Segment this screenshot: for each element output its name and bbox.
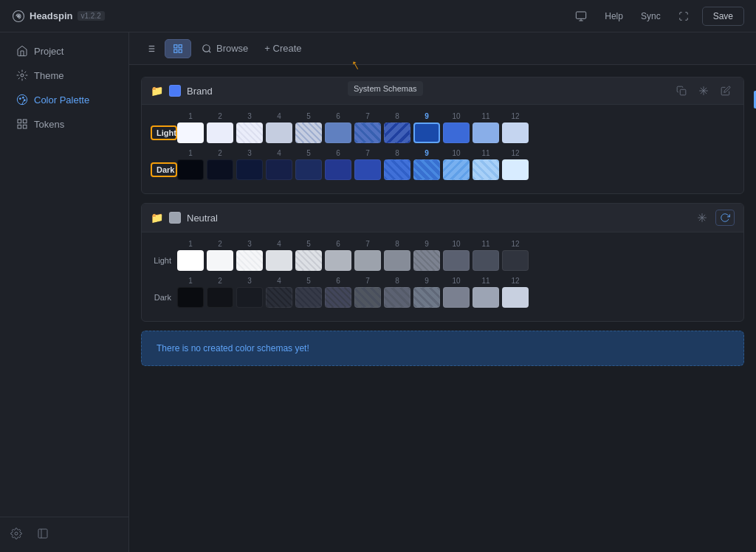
help-button[interactable]: Help [600,8,628,24]
edit-icon [721,86,731,96]
neutral-dark-swatch-7[interactable] [354,287,381,308]
expand-button[interactable] [674,8,693,24]
neutral-light-swatch-2[interactable] [207,250,233,271]
neutral-palette-actions [693,210,735,226]
svg-rect-7 [18,120,21,123]
neutral-light-swatches [177,250,529,271]
brand-light-swatch-10[interactable] [443,123,470,143]
neutral-light-swatch-6[interactable] [325,250,351,271]
brand-dark-swatch-5[interactable] [295,159,322,180]
brand-dark-swatch-2[interactable] [207,159,233,180]
brand-light-swatch-3[interactable] [236,123,263,143]
sidebar-item-theme[interactable]: Theme [4,63,124,87]
brand-light-swatch-1[interactable] [177,123,204,143]
brand-palette-header-left: 📁 Brand [151,85,667,97]
brand-num-4: 4 [266,112,292,120]
brand-dark-swatch-3[interactable] [236,159,263,180]
brand-num-9: 9 [413,112,440,120]
neutral-dark-swatch-8[interactable] [384,287,410,308]
brand-numbers-row: 1 2 3 4 5 6 7 8 9 10 11 12 [177,112,735,120]
tab-browse-label: Browse [216,43,248,54]
svg-rect-19 [174,44,177,47]
neutral-light-swatch-7[interactable] [354,250,381,271]
neutral-dark-swatch-5[interactable] [295,287,322,308]
sidebar-nav: Project Theme Color Palette Tokens [0,32,128,517]
sidebar-item-tokens[interactable]: Tokens [4,112,124,136]
brand-copy-button[interactable] [673,83,690,98]
brand-dark-swatch-4[interactable] [266,159,292,180]
expand-icon [678,11,689,21]
brand-light-swatch-9[interactable] [413,123,440,143]
brand-light-swatches [177,123,529,143]
tab-list[interactable] [138,40,163,58]
neutral-light-swatch-4[interactable] [266,250,292,271]
svg-rect-10 [23,125,27,128]
save-button[interactable]: Save [702,7,744,26]
neutral-folder-icon: 📁 [151,212,163,224]
theme-icon [16,69,28,81]
brand-dark-swatch-9[interactable] [413,159,440,180]
brand-light-swatch-7[interactable] [354,123,381,143]
brand-dark-swatch-11[interactable] [472,159,499,180]
brand-palette-actions [673,83,735,98]
sync-button[interactable]: Sync [636,8,665,24]
neutral-light-swatch-5[interactable] [295,250,322,271]
nav-tabs: System Schemas ↑ Browse + Create [129,32,756,65]
neutral-dark-swatch-6[interactable] [325,287,351,308]
neutral-palette-body: 1 2 3 4 5 6 7 8 9 10 11 12 [142,232,743,321]
sidebar-item-color-palette[interactable]: Color Palette [4,88,124,111]
brand-num-6: 6 [325,112,351,120]
neutral-light-swatch-12[interactable] [502,250,529,271]
neutral-light-swatch-1[interactable] [177,250,204,271]
neutral-options-button[interactable] [693,210,711,225]
monitor-icon [575,10,587,22]
brand-dark-swatch-12[interactable] [502,159,529,180]
neutral-refresh-button[interactable] [715,210,735,226]
neutral-dark-label: Dark [151,293,177,302]
tab-grid[interactable] [165,39,191,58]
brand-light-swatch-6[interactable] [325,123,351,143]
brand-dark-swatch-10[interactable] [443,159,470,180]
brand-dark-swatch-1[interactable] [177,159,204,180]
brand-dark-swatch-7[interactable] [354,159,381,180]
sidebar-item-project[interactable]: Project [4,39,124,63]
neutral-asterisk-icon [697,213,707,223]
neutral-dark-swatch-3[interactable] [236,287,263,308]
neutral-dark-swatch-10[interactable] [443,287,470,308]
tab-create[interactable]: + Create [257,39,309,58]
tab-browse[interactable]: Browse [194,39,255,58]
settings-button[interactable] [6,523,27,546]
brand-light-swatch-2[interactable] [207,123,233,143]
brand-light-swatch-5[interactable] [295,123,322,143]
brand-light-swatch-11[interactable] [472,123,499,143]
sidebar-toggle-button[interactable] [32,523,53,546]
project-icon [16,45,28,57]
brand-dark-swatch-8[interactable] [384,159,410,180]
neutral-light-swatch-8[interactable] [384,250,410,271]
brand-num-10: 10 [443,112,470,120]
neutral-dark-swatch-2[interactable] [207,287,233,308]
svg-point-2 [21,74,24,77]
neutral-dark-swatch-9[interactable] [413,287,440,308]
neutral-light-swatch-11[interactable] [472,250,499,271]
neutral-color-dot [169,212,181,224]
brand-light-swatch-12[interactable] [502,123,529,143]
brand-dark-swatch-6[interactable] [325,159,351,180]
brand-edit-button[interactable] [717,83,735,98]
headspin-logo-icon [12,10,25,23]
svg-rect-9 [18,125,21,128]
neutral-dark-swatch-4[interactable] [266,287,292,308]
brand-light-swatch-4[interactable] [266,123,292,143]
neutral-palette-name: Neutral [187,213,218,224]
svg-rect-24 [680,89,686,95]
neutral-light-swatch-9[interactable] [413,250,440,271]
monitor-icon-btn[interactable] [571,7,591,25]
brand-options-button[interactable] [695,83,712,98]
neutral-dark-swatch-1[interactable] [177,287,204,308]
neutral-light-swatch-10[interactable] [443,250,470,271]
brand-light-swatch-8[interactable] [384,123,410,143]
neutral-light-swatch-3[interactable] [236,250,263,271]
neutral-dark-row: Dark [151,287,735,308]
neutral-dark-swatch-11[interactable] [472,287,499,308]
neutral-dark-swatch-12[interactable] [502,287,529,308]
